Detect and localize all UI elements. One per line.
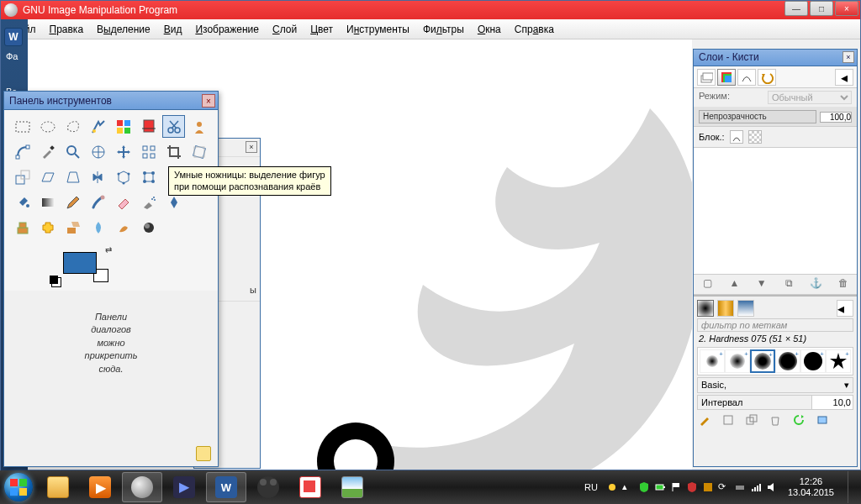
unified-transform-tool[interactable] bbox=[137, 165, 160, 188]
attach-dialog-icon[interactable] bbox=[196, 446, 211, 461]
dodge-burn-tool[interactable] bbox=[137, 216, 160, 239]
tray-drive-icon[interactable] bbox=[734, 481, 746, 493]
lock-pixels-icon[interactable] bbox=[730, 130, 743, 144]
menu-tools[interactable]: Инструменты bbox=[340, 22, 416, 37]
patterns-tab[interactable] bbox=[717, 300, 734, 317]
opacity-slider[interactable]: Непрозрачность bbox=[699, 110, 816, 123]
tray-java-icon[interactable] bbox=[702, 481, 714, 493]
interval-value[interactable] bbox=[812, 396, 853, 409]
layer-list[interactable] bbox=[694, 147, 857, 275]
shear-tool[interactable] bbox=[36, 165, 59, 188]
mode-select[interactable]: Обычный bbox=[768, 91, 852, 104]
brush-thumb[interactable]: + bbox=[775, 349, 800, 373]
maximize-button[interactable]: □ bbox=[810, 1, 833, 16]
taskbar[interactable]: ▶ ▶ W RU ▴ ⟳ 12:26 13.04.2015 bbox=[0, 470, 861, 504]
taskbar-explorer[interactable] bbox=[38, 472, 78, 502]
menu-filters[interactable]: Фильтры bbox=[416, 22, 471, 37]
menu-view[interactable]: Вид bbox=[157, 22, 189, 37]
sec-close-button[interactable]: × bbox=[246, 141, 257, 153]
crop-tool-alt[interactable] bbox=[137, 115, 160, 138]
scissors-select-tool[interactable] bbox=[162, 115, 185, 138]
minimize-button[interactable]: — bbox=[784, 1, 808, 16]
edit-brush-button[interactable] bbox=[699, 414, 710, 426]
zoom-tool[interactable] bbox=[61, 140, 84, 163]
paintbrush-tool[interactable] bbox=[87, 191, 109, 213]
brush-thumb[interactable]: + bbox=[826, 349, 851, 373]
lower-layer-button[interactable]: ▼ bbox=[755, 276, 769, 290]
rect-select-tool[interactable] bbox=[11, 115, 34, 138]
menu-layer[interactable]: Слой bbox=[266, 22, 304, 37]
brush-thumb-selected[interactable]: + bbox=[750, 349, 775, 373]
align-tool[interactable] bbox=[137, 140, 160, 163]
color-swatches[interactable]: ⇄ bbox=[4, 239, 218, 291]
duplicate-layer-button[interactable]: ⧉ bbox=[782, 276, 795, 290]
by-color-select-tool[interactable] bbox=[112, 115, 135, 138]
clone-tool[interactable] bbox=[11, 216, 34, 239]
taskbar-word[interactable]: W bbox=[206, 472, 246, 502]
tray-shield-icon[interactable] bbox=[638, 481, 650, 493]
crop-tool[interactable] bbox=[162, 140, 185, 163]
swap-colors-icon[interactable]: ⇄ bbox=[105, 245, 112, 255]
brushes-tab-menu[interactable]: ◂ bbox=[837, 300, 853, 317]
pencil-tool[interactable] bbox=[61, 191, 84, 213]
taskbar-gimp[interactable] bbox=[122, 472, 162, 502]
tab-menu-button[interactable]: ◂ bbox=[835, 69, 853, 86]
show-desktop-button[interactable] bbox=[848, 471, 856, 503]
new-layer-button[interactable]: ▢ bbox=[700, 276, 714, 290]
delete-brush-button[interactable] bbox=[769, 414, 781, 426]
clock[interactable]: 12:26 13.04.2015 bbox=[783, 476, 839, 497]
open-as-image-button[interactable] bbox=[816, 414, 828, 426]
brush-thumb[interactable]: + bbox=[700, 349, 725, 373]
toolbox-window[interactable]: Панель инструментов × A bbox=[3, 91, 219, 467]
layers-tab[interactable] bbox=[697, 69, 716, 86]
titlebar[interactable]: GNU Image Manipulation Program — □ × bbox=[1, 1, 860, 19]
menu-colors[interactable]: Цвет bbox=[304, 22, 340, 37]
default-colors-icon[interactable] bbox=[50, 276, 58, 284]
duplicate-brush-button[interactable] bbox=[746, 414, 758, 426]
tray-network-icon[interactable] bbox=[750, 481, 762, 493]
brush-filter-input[interactable]: фильтр по меткам bbox=[697, 318, 853, 332]
undo-history-tab[interactable] bbox=[758, 69, 776, 86]
brush-thumb[interactable]: + bbox=[800, 349, 826, 373]
perspective-tool[interactable] bbox=[61, 165, 84, 188]
layers-brushes-dock[interactable]: Слои - Кисти × ◂ Режим: Обычный Непрозра… bbox=[693, 49, 858, 467]
move-tool[interactable] bbox=[112, 140, 135, 163]
cage-tool[interactable] bbox=[112, 165, 135, 188]
perspective-clone-tool[interactable] bbox=[61, 216, 84, 239]
opacity-value[interactable] bbox=[820, 112, 852, 123]
close-button[interactable]: × bbox=[835, 1, 858, 16]
toolbox-close-button[interactable]: × bbox=[202, 94, 215, 108]
tray-sync-icon[interactable]: ⟳ bbox=[718, 481, 730, 493]
paths-tool[interactable] bbox=[11, 140, 34, 163]
language-indicator[interactable]: RU bbox=[581, 482, 601, 492]
bucket-fill-tool[interactable] bbox=[11, 191, 34, 213]
menu-help[interactable]: Справка bbox=[508, 22, 561, 37]
taskbar-image-viewer[interactable] bbox=[290, 472, 330, 502]
color-picker-tool[interactable] bbox=[36, 140, 59, 163]
paths-tab[interactable] bbox=[737, 69, 756, 86]
menu-windows[interactable]: Окна bbox=[471, 22, 508, 37]
start-button[interactable] bbox=[0, 470, 37, 504]
new-brush-button[interactable] bbox=[722, 414, 734, 426]
smudge-tool[interactable] bbox=[112, 216, 135, 239]
brush-preset-selector[interactable]: Basic,▾ bbox=[697, 377, 853, 393]
foreground-select-tool[interactable] bbox=[188, 115, 210, 138]
raise-layer-button[interactable]: ▲ bbox=[727, 276, 741, 290]
menu-image[interactable]: Изображение bbox=[188, 22, 266, 37]
brushes-tab[interactable] bbox=[697, 300, 714, 317]
eraser-tool[interactable] bbox=[112, 191, 135, 213]
toolbox-titlebar[interactable]: Панель инструментов × bbox=[4, 92, 218, 110]
flip-tool[interactable] bbox=[87, 165, 109, 188]
channels-tab[interactable] bbox=[717, 69, 736, 86]
heal-tool[interactable] bbox=[36, 216, 59, 239]
tray-sun-icon[interactable] bbox=[606, 481, 618, 493]
word-icon[interactable]: W bbox=[4, 28, 23, 46]
blur-tool[interactable] bbox=[87, 216, 109, 239]
delete-layer-button[interactable]: 🗑 bbox=[837, 276, 850, 290]
tray-flag-icon[interactable] bbox=[670, 481, 682, 493]
tray-arrow-icon[interactable]: ▴ bbox=[622, 481, 634, 493]
tray-battery-icon[interactable] bbox=[654, 481, 666, 493]
brush-thumb[interactable]: + bbox=[725, 349, 750, 373]
lock-alpha-icon[interactable] bbox=[748, 130, 762, 144]
ellipse-select-tool[interactable] bbox=[36, 115, 59, 138]
